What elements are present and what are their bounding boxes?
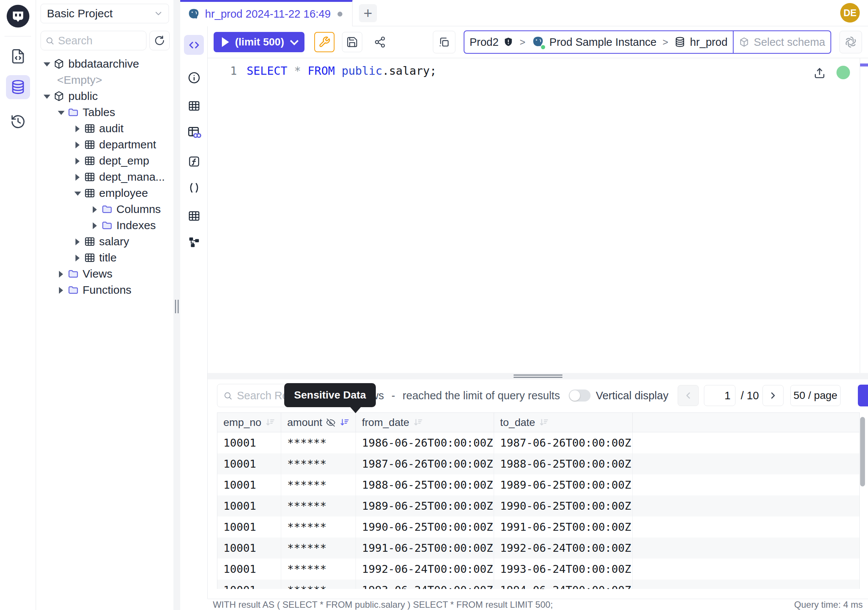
- share-sheet-button[interactable]: [370, 32, 390, 52]
- tree-item-columns[interactable]: Columns: [36, 201, 174, 217]
- table-cell[interactable]: 10001: [217, 537, 281, 559]
- column-header-emp-no[interactable]: emp_no: [217, 413, 281, 432]
- table-cell[interactable]: 1994-06-24T00:00:00Z: [494, 580, 632, 589]
- caret-down-icon[interactable]: [43, 93, 50, 99]
- breadcrumb-environment[interactable]: Prod2: [464, 31, 519, 53]
- caret-right-icon[interactable]: [58, 287, 64, 293]
- tree-item-indexes[interactable]: Indexes: [36, 217, 174, 233]
- table-row[interactable]: 10001******1992-06-24T00:00:00Z1993-06-2…: [217, 559, 859, 580]
- upload-sql-button[interactable]: [813, 67, 826, 79]
- table-cell[interactable]: 10001: [217, 453, 281, 474]
- table-cell[interactable]: 1993-06-24T00:00:00Z: [356, 580, 494, 589]
- run-query-button[interactable]: (limit 500): [214, 32, 304, 52]
- table-cell[interactable]: 1987-06-26T00:00:00Z: [356, 453, 494, 474]
- refresh-button[interactable]: [149, 31, 170, 50]
- batch-query-button[interactable]: [433, 31, 456, 53]
- table-cell[interactable]: 1993-06-24T00:00:00Z: [494, 559, 632, 580]
- tables-panel-button[interactable]: [184, 96, 204, 116]
- tree-item-salary[interactable]: salary: [36, 233, 174, 250]
- table-cell[interactable]: 10001: [217, 495, 281, 517]
- table-row[interactable]: 10001******1991-06-25T00:00:00Z1992-06-2…: [217, 537, 859, 559]
- tree-item-functions[interactable]: Functions: [36, 282, 174, 298]
- caret-down-icon[interactable]: [43, 61, 50, 67]
- export-button-clipped[interactable]: [858, 385, 868, 407]
- column-header-from-date[interactable]: from_date: [356, 413, 494, 432]
- table-cell[interactable]: ******: [281, 495, 356, 517]
- table-cell[interactable]: 1992-06-24T00:00:00Z: [494, 537, 632, 559]
- sidebar-search[interactable]: [40, 31, 146, 50]
- sidebar-search-input[interactable]: [58, 34, 141, 47]
- tree-item-public[interactable]: public: [36, 88, 174, 104]
- caret-right-icon[interactable]: [74, 141, 81, 147]
- tree-item-audit[interactable]: audit: [36, 120, 174, 137]
- tree-item-dept-manager[interactable]: dept_mana...: [36, 169, 174, 185]
- tree-item-tables[interactable]: Tables: [36, 104, 174, 120]
- table-cell[interactable]: ******: [281, 517, 356, 537]
- table-row[interactable]: 10001******1993-06-24T00:00:00Z1994-06-2…: [217, 580, 859, 589]
- schema-diagram-button[interactable]: [184, 232, 204, 252]
- table-cell[interactable]: 1990-06-25T00:00:00Z: [356, 517, 494, 537]
- format-sql-button[interactable]: [314, 32, 335, 52]
- tree-item-employee[interactable]: employee: [36, 185, 174, 201]
- save-sheet-button[interactable]: [342, 32, 362, 52]
- schema-selector[interactable]: Select schema: [733, 31, 831, 53]
- table-cell[interactable]: ******: [281, 537, 356, 559]
- tree-item-views[interactable]: Views: [36, 265, 174, 282]
- tab-hr-prod[interactable]: hr_prod 2024-11-22 16:49: [180, 0, 353, 26]
- next-page-button[interactable]: [763, 385, 784, 406]
- table-row[interactable]: 10001******1987-06-26T00:00:00Z1988-06-2…: [217, 453, 859, 474]
- table-cell[interactable]: 10001: [217, 559, 281, 580]
- table-row[interactable]: 10001******1988-06-25T00:00:00Z1989-06-2…: [217, 474, 859, 495]
- column-header-to-date[interactable]: to_date: [494, 413, 632, 432]
- caret-down-icon[interactable]: [74, 190, 81, 196]
- table-cell[interactable]: ******: [281, 432, 356, 453]
- rail-worksheet-button[interactable]: [6, 44, 30, 68]
- table-row[interactable]: 10001******1990-06-25T00:00:00Z1991-06-2…: [217, 517, 859, 537]
- table-cell[interactable]: 10001: [217, 432, 281, 453]
- app-logo-icon[interactable]: [6, 4, 30, 28]
- caret-right-icon[interactable]: [74, 255, 81, 261]
- info-button[interactable]: [184, 68, 204, 87]
- vertical-display-toggle[interactable]: [569, 390, 591, 402]
- column-header-amount[interactable]: amount: [281, 413, 356, 432]
- tree-item-bbdataarchive[interactable]: bbdataarchive: [36, 56, 174, 72]
- table-row[interactable]: 10001******1989-06-25T00:00:00Z1990-06-2…: [217, 495, 859, 517]
- table-cell[interactable]: 1990-06-25T00:00:00Z: [494, 495, 632, 517]
- page-size-selector[interactable]: 50 / page: [790, 385, 841, 406]
- table-cell[interactable]: 10001: [217, 580, 281, 589]
- new-tab-button[interactable]: +: [359, 4, 377, 22]
- caret-right-icon[interactable]: [74, 174, 81, 180]
- sheet-code-button[interactable]: [184, 35, 204, 55]
- table-row[interactable]: 10001******1986-06-26T00:00:00Z1987-06-2…: [217, 432, 859, 453]
- table-cell[interactable]: 1989-06-25T00:00:00Z: [356, 495, 494, 517]
- table-cell[interactable]: ******: [281, 474, 356, 495]
- breadcrumb-instance[interactable]: Prod Sample Instance: [526, 31, 662, 53]
- panel-resize-handle[interactable]: [208, 373, 868, 379]
- table-cell[interactable]: 1986-06-26T00:00:00Z: [356, 432, 494, 453]
- table-cell[interactable]: 1992-06-24T00:00:00Z: [356, 559, 494, 580]
- tree-item-dept-emp[interactable]: dept_emp: [36, 152, 174, 169]
- sort-descending-icon[interactable]: [539, 417, 549, 427]
- table-cell[interactable]: 1991-06-25T00:00:00Z: [494, 517, 632, 537]
- project-selector[interactable]: Basic Project: [40, 4, 169, 23]
- table-cell[interactable]: 1988-06-25T00:00:00Z: [356, 474, 494, 495]
- results-scrollbar[interactable]: [860, 417, 865, 486]
- avatar[interactable]: DE: [840, 3, 860, 23]
- functions-panel-button[interactable]: [184, 151, 204, 171]
- page-number-input[interactable]: [704, 385, 735, 406]
- sort-descending-icon[interactable]: [265, 417, 275, 427]
- caret-right-icon[interactable]: [58, 271, 64, 277]
- procedures-panel-button[interactable]: [184, 178, 204, 197]
- table-cell[interactable]: 1991-06-25T00:00:00Z: [356, 537, 494, 559]
- table-cell[interactable]: 10001: [217, 474, 281, 495]
- masked-data-panel-button[interactable]: [184, 122, 204, 142]
- rail-database-button[interactable]: [6, 75, 30, 99]
- tree-item-title[interactable]: title: [36, 250, 174, 265]
- prev-page-button[interactable]: [678, 385, 699, 406]
- tree-item-department[interactable]: department: [36, 137, 174, 152]
- editor-overview-ruler[interactable]: [860, 58, 868, 373]
- sidebar-resize-handle[interactable]: [174, 0, 180, 610]
- table-cell[interactable]: ******: [281, 453, 356, 474]
- caret-right-icon[interactable]: [74, 126, 81, 132]
- breadcrumb-database[interactable]: hr_prod: [669, 31, 733, 53]
